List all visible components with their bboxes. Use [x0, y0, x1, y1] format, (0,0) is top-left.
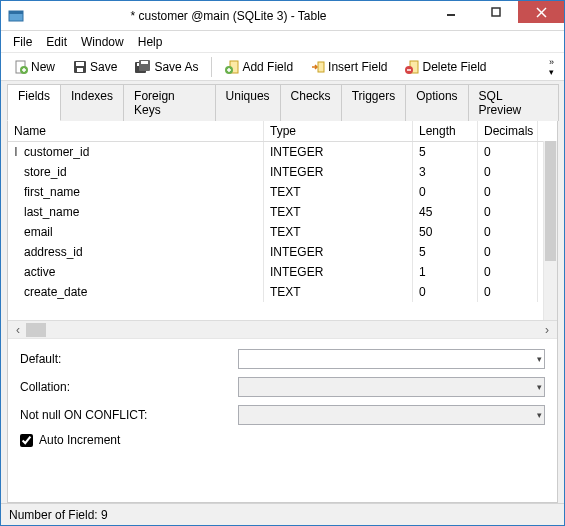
- table-row[interactable]: address_idINTEGER50: [8, 242, 557, 262]
- tab-options[interactable]: Options: [405, 84, 468, 121]
- cell-length[interactable]: 3: [413, 162, 478, 182]
- table-row[interactable]: create_dateTEXT00: [8, 282, 557, 302]
- toolbar: New Save Save As Add Field Insert Field …: [1, 53, 564, 81]
- new-button[interactable]: New: [7, 57, 62, 77]
- save-label: Save: [90, 60, 117, 74]
- grid-header: Name Type Length Decimals: [8, 121, 557, 142]
- autoincrement-label[interactable]: Auto Increment: [39, 433, 120, 447]
- menu-file[interactable]: File: [7, 33, 38, 51]
- cell-name[interactable]: first_name: [8, 182, 264, 202]
- minimize-button[interactable]: [428, 1, 473, 23]
- save-button[interactable]: Save: [66, 57, 124, 77]
- status-bar: Number of Field: 9: [1, 503, 564, 525]
- cell-name[interactable]: create_date: [8, 282, 264, 302]
- col-length[interactable]: Length: [413, 121, 478, 141]
- cell-type[interactable]: TEXT: [264, 202, 413, 222]
- menu-help[interactable]: Help: [132, 33, 169, 51]
- cell-name[interactable]: email: [8, 222, 264, 242]
- table-row[interactable]: first_nameTEXT00: [8, 182, 557, 202]
- toolbar-separator: [211, 57, 212, 77]
- window-controls: [428, 1, 564, 30]
- cell-type[interactable]: INTEGER: [264, 142, 413, 162]
- tab-indexes[interactable]: Indexes: [60, 84, 124, 121]
- insertfield-button[interactable]: Insert Field: [304, 57, 394, 77]
- hscroll-track[interactable]: [26, 322, 539, 338]
- hscroll-left[interactable]: ‹: [10, 322, 26, 338]
- cell-length[interactable]: 5: [413, 142, 478, 162]
- hscroll-thumb[interactable]: [26, 323, 46, 337]
- menu-edit[interactable]: Edit: [40, 33, 73, 51]
- insertfield-label: Insert Field: [328, 60, 387, 74]
- cell-length[interactable]: 1: [413, 262, 478, 282]
- tab-triggers[interactable]: Triggers: [341, 84, 407, 121]
- addfield-button[interactable]: Add Field: [218, 57, 300, 77]
- save-icon: [73, 60, 87, 74]
- cell-length[interactable]: 5: [413, 242, 478, 262]
- default-combobox[interactable]: ▾: [238, 349, 545, 369]
- cell-decimals[interactable]: 0: [478, 182, 538, 202]
- collation-label: Collation:: [20, 380, 238, 394]
- cell-decimals[interactable]: 0: [478, 162, 538, 182]
- menu-window[interactable]: Window: [75, 33, 130, 51]
- table-row[interactable]: emailTEXT500: [8, 222, 557, 242]
- cell-length[interactable]: 0: [413, 182, 478, 202]
- cell-name[interactable]: last_name: [8, 202, 264, 222]
- col-scroll-spacer: [538, 121, 550, 141]
- collation-combobox[interactable]: ▾: [238, 377, 545, 397]
- svg-rect-12: [77, 68, 83, 72]
- table-row[interactable]: store_idINTEGER30: [8, 162, 557, 182]
- cell-decimals[interactable]: 0: [478, 262, 538, 282]
- col-name[interactable]: Name: [8, 121, 264, 141]
- cell-decimals[interactable]: 0: [478, 282, 538, 302]
- new-label: New: [31, 60, 55, 74]
- cell-name[interactable]: address_id: [8, 242, 264, 262]
- tab-fields[interactable]: Fields: [7, 84, 61, 121]
- cell-type[interactable]: INTEGER: [264, 262, 413, 282]
- maximize-button[interactable]: [473, 1, 518, 23]
- cell-decimals[interactable]: 0: [478, 202, 538, 222]
- tab-sql-preview[interactable]: SQL Preview: [468, 84, 559, 121]
- deletefield-label: Delete Field: [422, 60, 486, 74]
- deletefield-button[interactable]: Delete Field: [398, 57, 493, 77]
- tab-checks[interactable]: Checks: [280, 84, 342, 121]
- toolbar-overflow[interactable]: »▾: [545, 57, 558, 77]
- saveas-button[interactable]: Save As: [128, 57, 205, 77]
- col-decimals[interactable]: Decimals: [478, 121, 538, 141]
- table-row[interactable]: last_nameTEXT450: [8, 202, 557, 222]
- horizontal-scrollbar[interactable]: ‹ ›: [8, 320, 557, 338]
- cell-length[interactable]: 50: [413, 222, 478, 242]
- close-button[interactable]: [518, 1, 564, 23]
- insertfield-icon: [311, 60, 325, 74]
- tab-foreign-keys[interactable]: Foreign Keys: [123, 84, 216, 121]
- cell-name[interactable]: active: [8, 262, 264, 282]
- table-row[interactable]: activeINTEGER10: [8, 262, 557, 282]
- cell-length[interactable]: 45: [413, 202, 478, 222]
- deletefield-icon: [405, 60, 419, 74]
- cell-decimals[interactable]: 0: [478, 142, 538, 162]
- autoincrement-checkbox[interactable]: [20, 434, 33, 447]
- cell-name[interactable]: store_id: [8, 162, 264, 182]
- field-properties-form: Default: ▾ Collation: ▾ Not null ON CONF…: [8, 338, 557, 453]
- cell-type[interactable]: TEXT: [264, 182, 413, 202]
- hscroll-right[interactable]: ›: [539, 322, 555, 338]
- vertical-scrollbar[interactable]: [543, 141, 557, 320]
- cell-type[interactable]: TEXT: [264, 282, 413, 302]
- conflict-label: Not null ON CONFLICT:: [20, 408, 238, 422]
- svg-rect-11: [76, 62, 84, 66]
- cell-type[interactable]: INTEGER: [264, 162, 413, 182]
- cell-length[interactable]: 0: [413, 282, 478, 302]
- tab-uniques[interactable]: Uniques: [215, 84, 281, 121]
- menu-bar: File Edit Window Help: [1, 31, 564, 53]
- cell-name[interactable]: Icustomer_id: [8, 142, 264, 162]
- table-row[interactable]: Icustomer_idINTEGER50: [8, 142, 557, 162]
- cell-decimals[interactable]: 0: [478, 222, 538, 242]
- cell-type[interactable]: INTEGER: [264, 242, 413, 262]
- cell-type[interactable]: TEXT: [264, 222, 413, 242]
- vscroll-thumb[interactable]: [545, 141, 556, 261]
- col-type[interactable]: Type: [264, 121, 413, 141]
- default-label: Default:: [20, 352, 238, 366]
- chevron-down-icon: ▾: [537, 354, 542, 364]
- conflict-combobox[interactable]: ▾: [238, 405, 545, 425]
- cell-decimals[interactable]: 0: [478, 242, 538, 262]
- fields-grid: Name Type Length Decimals Icustomer_idIN…: [8, 121, 557, 320]
